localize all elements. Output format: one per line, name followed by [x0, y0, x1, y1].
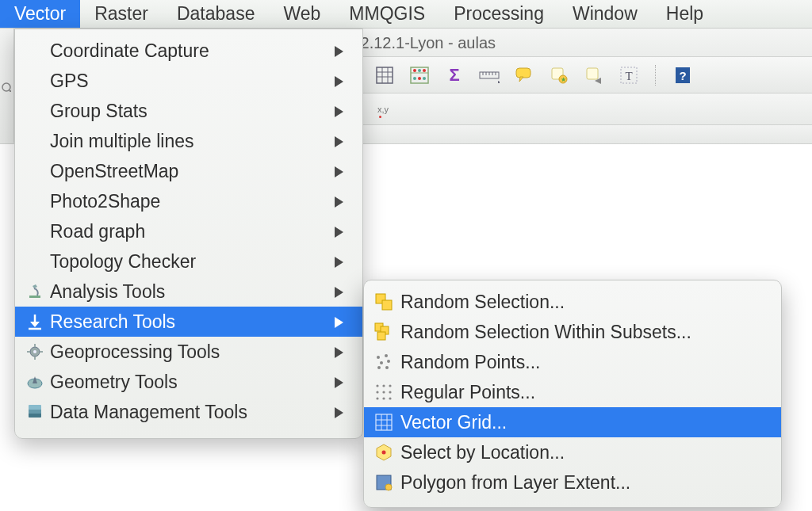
dd-label: Topology Checker	[50, 251, 196, 273]
dd-coordinate-capture[interactable]: Coordinate Capture	[15, 36, 362, 66]
random-subsets-icon	[373, 322, 394, 342]
random-points-icon	[373, 352, 394, 372]
tip-icon[interactable]	[512, 63, 536, 87]
svg-point-73	[382, 384, 385, 387]
svg-marker-36	[335, 136, 343, 147]
svg-point-79	[382, 397, 385, 399]
svg-point-70	[377, 366, 381, 369]
svg-marker-42	[335, 287, 343, 298]
help-icon[interactable]: ?	[671, 63, 695, 87]
sub-polygon-from-extent[interactable]: Polygon from Layer Extent...	[364, 467, 781, 498]
menu-database[interactable]: Database	[163, 0, 269, 28]
svg-rect-51	[27, 351, 30, 353]
sub-random-selection[interactable]: Random Selection...	[364, 287, 781, 317]
svg-point-8	[418, 69, 421, 72]
dd-group-stats[interactable]: Group Stats	[15, 96, 362, 126]
dd-label: Group Stats	[50, 101, 147, 122]
menu-processing[interactable]: Processing	[439, 0, 558, 28]
dd-openstreetmap[interactable]: OpenStreetMap	[15, 156, 362, 186]
random-selection-icon	[373, 292, 394, 312]
menu-label: Vector	[14, 3, 66, 24]
menu-label: Window	[573, 3, 638, 24]
svg-rect-49	[34, 344, 36, 347]
menu-label: Processing	[454, 3, 544, 24]
sub-label: Select by Location...	[400, 442, 565, 463]
submenu-arrow-icon	[335, 191, 343, 212]
svg-rect-50	[34, 357, 36, 360]
dd-label: Geometry Tools	[50, 372, 178, 393]
dd-road-graph[interactable]: Road graph	[15, 216, 362, 246]
dd-join-lines[interactable]: Join multiple lines	[15, 126, 362, 156]
grid-icon	[373, 412, 394, 433]
dd-analysis-tools[interactable]: Analysis Tools	[15, 276, 362, 307]
note-move-icon[interactable]	[582, 63, 606, 87]
dd-gps[interactable]: GPS	[15, 66, 362, 96]
svg-point-72	[376, 384, 378, 387]
dd-geoprocessing-tools[interactable]: Geoprocessing Tools	[15, 337, 362, 367]
svg-point-12	[423, 77, 426, 80]
svg-marker-38	[335, 196, 343, 208]
svg-rect-0	[377, 67, 393, 83]
svg-point-48	[33, 350, 36, 353]
vector-dropdown: Coordinate Capture GPS Group Stats Join …	[14, 29, 363, 439]
svg-marker-21	[519, 77, 523, 82]
dd-label: Photo2Shape	[50, 191, 160, 212]
dd-label: OpenStreetMap	[50, 161, 178, 182]
submenu-arrow-icon	[335, 101, 343, 122]
svg-marker-33	[335, 46, 343, 57]
dd-data-management-tools[interactable]: Data Management Tools	[15, 397, 362, 427]
svg-rect-65	[377, 332, 385, 340]
submenu-arrow-icon	[335, 71, 343, 92]
sub-select-by-location[interactable]: Select by Location...	[364, 437, 781, 467]
menu-help[interactable]: Help	[652, 0, 718, 28]
dd-label: Analysis Tools	[50, 281, 165, 303]
dd-label: Research Tools	[50, 311, 175, 333]
submenu-arrow-icon	[335, 251, 343, 273]
dd-photo2shape[interactable]: Photo2Shape	[15, 186, 362, 216]
dd-research-tools[interactable]: Research Tools	[15, 307, 362, 337]
svg-marker-46	[335, 317, 343, 328]
menu-raster[interactable]: Raster	[80, 0, 163, 28]
svg-point-76	[382, 391, 385, 393]
submenu-arrow-icon	[335, 161, 343, 182]
submenu-arrow-icon	[335, 281, 343, 303]
sub-random-selection-subsets[interactable]: Random Selection Within Subsets...	[364, 317, 781, 347]
text-tool-icon[interactable]: T	[617, 63, 641, 87]
sub-label: Regular Points...	[400, 382, 535, 403]
select-location-icon	[373, 442, 394, 463]
table-icon[interactable]	[373, 63, 396, 87]
menu-window[interactable]: Window	[558, 0, 652, 28]
svg-point-77	[389, 391, 391, 393]
dd-geometry-tools[interactable]: Geometry Tools	[15, 367, 362, 397]
svg-point-80	[389, 397, 391, 399]
svg-marker-40	[335, 257, 343, 268]
research-tools-submenu: Random Selection... Random Selection Wit…	[363, 280, 782, 508]
submenu-arrow-icon	[335, 372, 343, 393]
submenu-arrow-icon	[335, 311, 343, 333]
dd-label: Join multiple lines	[50, 131, 194, 152]
gear-icon	[26, 343, 44, 360]
sub-label: Random Selection...	[400, 292, 565, 313]
svg-text:★: ★	[561, 76, 566, 83]
svg-marker-60	[335, 407, 343, 418]
microscope-icon	[26, 283, 44, 300]
left-toolbar-sliver	[0, 29, 14, 143]
menu-mmqgis[interactable]: MMQGIS	[335, 0, 439, 28]
compass-icon	[26, 373, 44, 391]
note-new-icon[interactable]: ★	[547, 63, 571, 87]
submenu-arrow-icon	[335, 221, 343, 242]
sub-regular-points[interactable]: Regular Points...	[364, 377, 781, 407]
svg-point-11	[418, 77, 421, 80]
svg-point-71	[385, 366, 389, 369]
menu-vector[interactable]: Vector	[0, 0, 80, 28]
menu-web[interactable]: Web	[269, 0, 335, 28]
sub-random-points[interactable]: Random Points...	[364, 347, 781, 377]
dd-topology-checker[interactable]: Topology Checker	[15, 246, 362, 276]
svg-marker-35	[335, 106, 343, 117]
svg-point-68	[380, 361, 383, 364]
ruler-icon[interactable]	[477, 63, 501, 87]
xy-label: x,y	[377, 105, 389, 114]
sub-vector-grid[interactable]: Vector Grid...	[364, 407, 781, 437]
abacus-icon[interactable]	[408, 63, 431, 87]
sigma-icon[interactable]: Σ	[442, 63, 466, 87]
